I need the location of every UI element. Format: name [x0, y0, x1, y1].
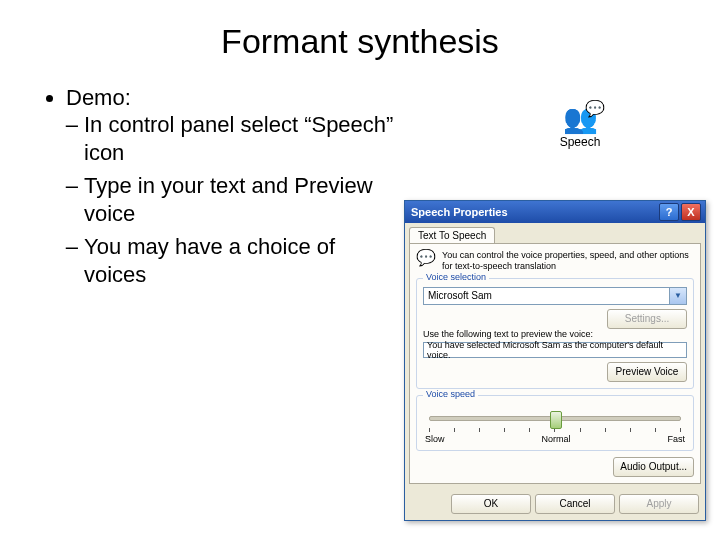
- voice-selection-value: Microsoft Sam: [428, 290, 492, 301]
- voice-speed-legend: Voice speed: [423, 389, 478, 399]
- bullet-sub-2: Type in your text and Preview voice: [84, 172, 398, 227]
- preview-voice-button[interactable]: Preview Voice: [607, 362, 687, 382]
- chevron-down-icon: ▼: [669, 288, 686, 304]
- apply-button[interactable]: Apply: [619, 494, 699, 514]
- voice-speed-group: Voice speed Slow Normal Fast: [416, 395, 694, 451]
- preview-label: Use the following text to preview the vo…: [423, 329, 687, 339]
- bullet-main: Demo: In control panel select “Speech” i…: [66, 85, 398, 288]
- preview-text-input[interactable]: You have selected Microsoft Sam as the c…: [423, 342, 687, 358]
- slider-labels: Slow Normal Fast: [423, 434, 687, 444]
- dialog-button-row: OK Cancel Apply: [405, 488, 705, 520]
- slider-thumb[interactable]: [550, 411, 562, 429]
- speed-label-fast: Fast: [667, 434, 685, 444]
- tabbar: Text To Speech: [405, 223, 705, 243]
- tab-text-to-speech[interactable]: Text To Speech: [409, 227, 495, 243]
- speed-label-normal: Normal: [541, 434, 570, 444]
- bullet-main-text: Demo:: [66, 85, 131, 110]
- intro-text: You can control the voice properties, sp…: [442, 250, 694, 272]
- voice-selection-combo[interactable]: Microsoft Sam ▼: [423, 287, 687, 305]
- tab-body: 💬 You can control the voice properties, …: [409, 243, 701, 484]
- help-button[interactable]: ?: [659, 203, 679, 221]
- voice-speed-slider[interactable]: [425, 408, 685, 432]
- dialog-title: Speech Properties: [411, 206, 657, 218]
- speech-properties-dialog: Speech Properties ? X Text To Speech 💬 Y…: [404, 200, 706, 521]
- bullet-sub-3: You may have a choice of voices: [84, 233, 398, 288]
- speech-bubble-icon: 💬: [416, 250, 436, 266]
- speech-control-panel-icon: 👥 💬 Speech: [545, 105, 615, 149]
- voice-selection-legend: Voice selection: [423, 272, 489, 282]
- intro-row: 💬 You can control the voice properties, …: [416, 250, 694, 272]
- slide-body: Demo: In control panel select “Speech” i…: [48, 85, 398, 288]
- settings-button[interactable]: Settings...: [607, 309, 687, 329]
- speed-label-slow: Slow: [425, 434, 445, 444]
- cancel-button[interactable]: Cancel: [535, 494, 615, 514]
- ok-button[interactable]: OK: [451, 494, 531, 514]
- audio-output-button[interactable]: Audio Output...: [613, 457, 694, 477]
- speech-bubble-icon: 💬: [585, 99, 605, 118]
- speech-icon-caption: Speech: [545, 135, 615, 149]
- dialog-titlebar: Speech Properties ? X: [405, 201, 705, 223]
- close-button[interactable]: X: [681, 203, 701, 221]
- bullet-sub-1: In control panel select “Speech” icon: [84, 111, 398, 166]
- voice-selection-group: Voice selection Microsoft Sam ▼ Settings…: [416, 278, 694, 389]
- slide-title: Formant synthesis: [0, 22, 720, 61]
